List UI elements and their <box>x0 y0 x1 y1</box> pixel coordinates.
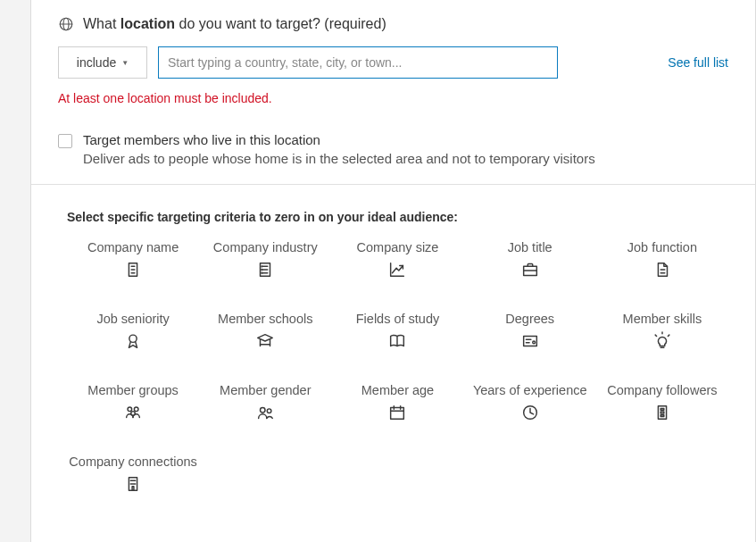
svg-point-13 <box>262 272 262 273</box>
criteria-item-label: Company industry <box>213 240 318 254</box>
group-icon <box>123 403 143 422</box>
live-location-label: Target members who live in this location <box>83 132 595 147</box>
see-full-list-link[interactable]: See full list <box>668 55 728 70</box>
include-dropdown-label: include <box>77 55 116 70</box>
svg-rect-44 <box>660 415 664 417</box>
school-icon <box>255 331 275 351</box>
building2-icon <box>652 403 672 422</box>
criteria-item-company-name[interactable]: Company name <box>67 240 199 279</box>
svg-point-35 <box>268 409 272 413</box>
svg-point-32 <box>134 407 138 412</box>
medal-icon <box>123 331 143 351</box>
criteria-item-label: Company connections <box>69 454 196 469</box>
include-dropdown[interactable]: include ▼ <box>58 46 147 79</box>
main-panel: What location do you want to target? (re… <box>31 0 756 542</box>
globe-icon <box>58 16 74 32</box>
criteria-heading: Select specific targeting criteria to ze… <box>67 210 728 224</box>
svg-point-31 <box>128 407 132 412</box>
svg-rect-42 <box>660 408 664 410</box>
criteria-item-years-of-experience[interactable]: Years of experience <box>464 383 596 422</box>
svg-rect-36 <box>391 408 404 420</box>
svg-point-12 <box>262 270 262 271</box>
criteria-item-member-age[interactable]: Member age <box>331 383 463 422</box>
criteria-item-label: Years of experience <box>473 383 587 397</box>
criteria-item-member-gender[interactable]: Member gender <box>199 383 331 422</box>
criteria-item-company-connections[interactable]: Company connections <box>67 454 199 494</box>
criteria-item-label: Job title <box>508 240 552 254</box>
people-icon <box>255 403 275 422</box>
criteria-item-fields-of-study[interactable]: Fields of study <box>331 312 463 351</box>
criteria-item-job-function[interactable]: Job function <box>596 240 728 279</box>
svg-line-30 <box>668 335 669 336</box>
location-section: What location do you want to target? (re… <box>31 0 755 185</box>
bulb-icon <box>652 331 672 351</box>
calendar-icon <box>387 403 407 422</box>
criteria-item-job-title[interactable]: Job title <box>464 240 596 279</box>
list-doc-icon <box>255 260 275 279</box>
criteria-item-label: Member groups <box>87 383 179 397</box>
svg-point-18 <box>129 335 137 342</box>
criteria-item-label: Degrees <box>505 312 554 326</box>
criteria-item-label: Fields of study <box>356 312 440 326</box>
chart-icon <box>387 260 407 279</box>
chevron-down-icon: ▼ <box>121 59 129 67</box>
svg-rect-48 <box>132 487 134 491</box>
building3-icon <box>123 474 143 494</box>
left-gutter <box>0 0 31 542</box>
certificate-icon <box>520 331 540 351</box>
live-location-checkbox[interactable] <box>58 134 72 148</box>
book-icon <box>387 331 407 351</box>
location-error: At least one location must be included. <box>58 91 728 105</box>
location-input[interactable] <box>158 46 558 79</box>
svg-line-29 <box>655 335 656 336</box>
svg-point-34 <box>261 408 266 413</box>
live-location-sub: Deliver ads to people whose home is in t… <box>83 151 595 166</box>
criteria-item-job-seniority[interactable]: Job seniority <box>67 312 199 351</box>
criteria-item-label: Company size <box>357 240 439 254</box>
criteria-item-label: Member schools <box>218 312 312 326</box>
criteria-item-label: Company followers <box>607 383 717 397</box>
criteria-section: Select specific targeting criteria to ze… <box>31 185 755 512</box>
document-icon <box>652 260 672 279</box>
criteria-item-label: Job function <box>627 240 697 254</box>
criteria-item-company-industry[interactable]: Company industry <box>199 240 331 279</box>
criteria-item-label: Job seniority <box>96 312 169 326</box>
svg-rect-43 <box>660 412 664 413</box>
criteria-item-label: Member gender <box>220 383 311 397</box>
criteria-item-company-followers[interactable]: Company followers <box>596 383 728 422</box>
clock-icon <box>520 403 540 422</box>
criteria-item-label: Member age <box>361 383 434 397</box>
criteria-item-label: Company name <box>87 240 179 254</box>
criteria-item-company-size[interactable]: Company size <box>331 240 463 279</box>
svg-point-11 <box>262 266 262 267</box>
building-icon <box>123 260 143 279</box>
criteria-item-label: Member skills <box>623 312 702 326</box>
criteria-item-member-schools[interactable]: Member schools <box>199 312 331 351</box>
criteria-item-member-groups[interactable]: Member groups <box>67 383 199 422</box>
briefcase-icon <box>520 260 540 279</box>
criteria-item-degrees[interactable]: Degrees <box>464 312 596 351</box>
location-question: What location do you want to target? (re… <box>83 16 386 32</box>
criteria-item-member-skills[interactable]: Member skills <box>596 312 728 351</box>
svg-point-26 <box>532 341 535 344</box>
